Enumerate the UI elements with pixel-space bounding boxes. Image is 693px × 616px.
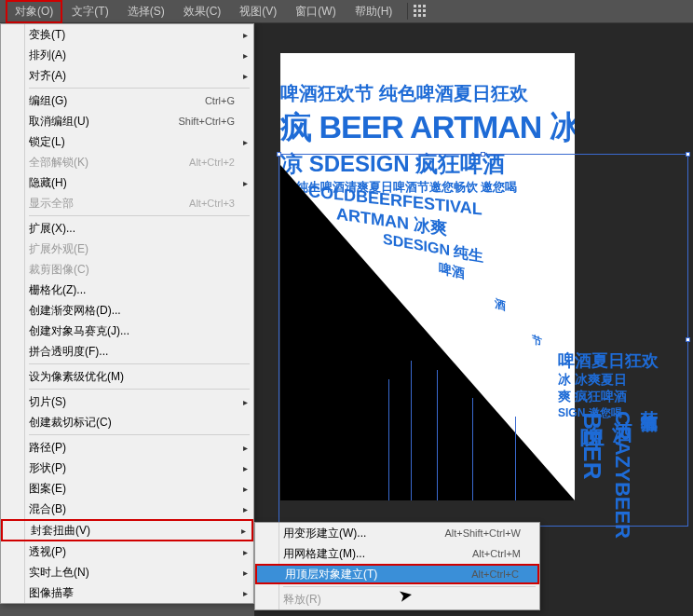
menu-separator	[29, 389, 250, 390]
menu-slice[interactable]: 切片(S)	[1, 391, 253, 412]
object-menu-dropdown: 变换(T) 排列(A) 对齐(A) 编组(G)Ctrl+G 取消编组(U)Shi…	[0, 23, 254, 604]
handle-n[interactable]	[481, 152, 485, 157]
menu-align[interactable]: 对齐(A)	[1, 65, 253, 86]
menu-object[interactable]: 对象(O)	[6, 0, 62, 23]
menu-window[interactable]: 窗口(W)	[286, 0, 345, 23]
menu-show-all: 显示全部Alt+Ctrl+3	[1, 193, 253, 213]
menu-flatten-transparency[interactable]: 拼合透明度(F)...	[1, 341, 253, 362]
menu-separator	[29, 434, 250, 435]
menu-perspective[interactable]: 透视(P)	[1, 541, 253, 562]
art-line: 啤酒狂欢节 纯色啤酒夏日狂欢	[280, 81, 575, 106]
menubar-separator	[407, 3, 408, 20]
menu-trim-marks[interactable]: 创建裁切标记(C)	[1, 412, 253, 432]
menu-separator	[283, 586, 536, 587]
menu-transform[interactable]: 变换(T)	[1, 24, 253, 45]
menu-shape[interactable]: 形状(P)	[1, 458, 253, 478]
menu-arrange[interactable]: 排列(A)	[1, 45, 253, 65]
envelope-distort-submenu: 用变形建立(W)...Alt+Shift+Ctrl+W 用网格建立(M)...A…	[254, 522, 540, 610]
menu-type[interactable]: 文字(T)	[62, 0, 117, 23]
submenu-make-with-warp[interactable]: 用变形建立(W)...Alt+Shift+Ctrl+W	[255, 523, 539, 543]
menu-blend[interactable]: 混合(B)	[1, 499, 253, 519]
selection-box	[279, 154, 688, 527]
handle-ne[interactable]	[686, 152, 690, 157]
menu-separator	[29, 215, 250, 216]
submenu-make-with-top-object[interactable]: 用顶层对象建立(T)Alt+Ctrl+C	[255, 564, 539, 584]
menu-group[interactable]: 编组(G)Ctrl+G	[1, 90, 253, 111]
menu-gradient-mesh[interactable]: 创建渐变网格(D)...	[1, 300, 253, 321]
menu-pattern[interactable]: 图案(E)	[1, 478, 253, 499]
menu-image-trace[interactable]: 图像描摹	[1, 582, 253, 603]
menu-lock[interactable]: 锁定(L)	[1, 131, 253, 152]
handle-nw[interactable]	[277, 152, 281, 157]
menu-expand-appearance: 扩展外观(E)	[1, 239, 253, 259]
arrange-documents-icon[interactable]	[414, 5, 427, 18]
menu-pixel-perfect[interactable]: 设为像素级优化(M)	[1, 366, 253, 387]
menu-crop-image: 裁剪图像(C)	[1, 259, 253, 280]
menu-unlock-all: 全部解锁(K)Alt+Ctrl+2	[1, 152, 253, 172]
menu-effect[interactable]: 效果(C)	[174, 0, 231, 23]
menu-separator	[29, 88, 250, 89]
menu-help[interactable]: 帮助(H)	[346, 0, 402, 23]
submenu-release: 释放(R)	[255, 589, 539, 609]
menu-live-paint[interactable]: 实时上色(N)	[1, 562, 253, 582]
menu-ungroup[interactable]: 取消编组(U)Shift+Ctrl+G	[1, 111, 253, 131]
menu-envelope-distort[interactable]: 封套扭曲(V)	[1, 519, 253, 541]
art-line: 疯 BEER ARTMAN 冰爽夏日	[280, 106, 575, 149]
menu-hide[interactable]: 隐藏(H)	[1, 172, 253, 193]
menu-rasterize[interactable]: 栅格化(Z)...	[1, 280, 253, 300]
menu-path[interactable]: 路径(P)	[1, 437, 253, 458]
handle-e[interactable]	[686, 337, 690, 342]
submenu-make-with-mesh[interactable]: 用网格建立(M)...Alt+Ctrl+M	[255, 543, 539, 564]
menu-separator	[29, 363, 250, 364]
menubar: 对象(O) 文字(T) 选择(S) 效果(C) 视图(V) 窗口(W) 帮助(H…	[0, 0, 693, 23]
menu-view[interactable]: 视图(V)	[230, 0, 286, 23]
menu-select[interactable]: 选择(S)	[118, 0, 174, 23]
menu-object-mosaic[interactable]: 创建对象马赛克(J)...	[1, 321, 253, 341]
menu-expand[interactable]: 扩展(X)...	[1, 218, 253, 239]
